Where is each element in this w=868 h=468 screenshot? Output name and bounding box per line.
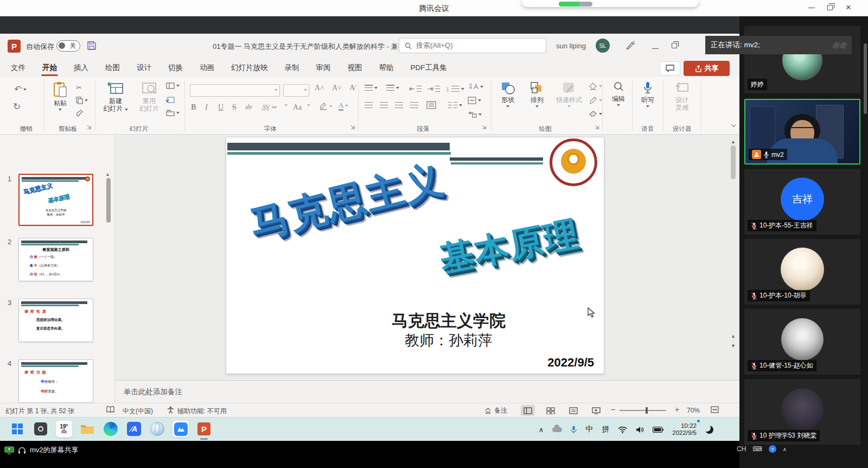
slide-counter[interactable]: 幻灯片 第 1 张, 共 52 张: [5, 407, 74, 416]
text-columns-button[interactable]: [448, 102, 462, 108]
powerpoint-taskbar-icon[interactable]: P: [195, 420, 213, 438]
notes-pane[interactable]: 单击此处添加备注: [115, 380, 739, 403]
edge-browser-icon[interactable]: [102, 420, 119, 438]
text-direction-button[interactable]: ⇩A: [468, 83, 483, 91]
normal-view-button[interactable]: [521, 405, 535, 416]
text-shadow-button[interactable]: ab̶: [245, 103, 251, 111]
participants-scrollbar[interactable]: [864, 20, 867, 465]
share-button[interactable]: 共享: [684, 61, 730, 76]
strikethrough-button[interactable]: S: [232, 103, 237, 112]
ime-help-icon[interactable]: ?: [769, 445, 776, 453]
ime-lang-indicator[interactable]: CH: [737, 445, 746, 453]
tab-file[interactable]: 文件: [10, 60, 27, 76]
quick-styles-button[interactable]: 快速样式: [552, 81, 586, 107]
underline-button[interactable]: U: [218, 103, 224, 112]
slide-thumbnail-4[interactable]: 课 程 功 能 ·学分修得； ·考研需要。: [18, 359, 93, 403]
ime-mode-indicator[interactable]: 中: [585, 425, 593, 434]
align-text-button[interactable]: [468, 97, 481, 104]
clipboard-dialog-launcher[interactable]: ⇲: [87, 124, 91, 130]
onedrive-cloud-icon[interactable]: [552, 427, 562, 432]
tray-expand-icon[interactable]: ∧: [539, 426, 544, 434]
undo-button[interactable]: ↶: [14, 84, 27, 95]
line-spacing-button[interactable]: ↕: [446, 85, 464, 93]
start-button[interactable]: [9, 420, 26, 438]
canvas-scroll-up-icon[interactable]: ▲: [731, 139, 736, 144]
tab-design[interactable]: 设计: [136, 60, 152, 76]
tab-insert[interactable]: 插入: [73, 60, 90, 76]
paragraph-dialog-launcher[interactable]: ⇲: [482, 124, 486, 130]
reuse-slides-button[interactable]: 重用幻灯片: [135, 81, 164, 112]
thumb-scroll-up-icon[interactable]: ▲: [105, 172, 110, 177]
slide-thumbnail-1[interactable]: 马克思主义 基本原理 马克思主义学院 教师：孙莉萍 2022/9/5: [18, 174, 93, 226]
account-name[interactable]: sun liping: [556, 42, 586, 50]
columns-button[interactable]: [426, 101, 436, 109]
wifi-icon[interactable]: [618, 426, 627, 433]
bullets-button[interactable]: [365, 85, 378, 91]
slide-canvas[interactable]: · · · · 马克思主义 基本原理 马克思主义学院 教师：孙莉萍 2022/9…: [226, 137, 604, 374]
accessibility-icon[interactable]: [167, 406, 174, 415]
align-left-button[interactable]: [365, 102, 373, 108]
shapes-button[interactable]: 形状: [495, 81, 521, 107]
change-case-button[interactable]: Aa: [293, 103, 302, 112]
decrease-indent-button[interactable]: ⇤: [409, 85, 422, 93]
shape-fill-button[interactable]: [589, 83, 602, 90]
slideshow-view-button[interactable]: [589, 405, 603, 416]
cut-icon[interactable]: ✂: [76, 84, 82, 92]
numbering-button[interactable]: [386, 85, 399, 91]
restore-button[interactable]: [821, 0, 839, 15]
keyboard-icon[interactable]: ⌨: [752, 445, 762, 453]
next-slide-button[interactable]: ▼: [731, 343, 736, 349]
fit-slide-button[interactable]: [711, 406, 719, 415]
tab-help[interactable]: 帮助: [378, 60, 395, 76]
search-input[interactable]: 搜索(Alt+Q): [399, 38, 546, 53]
section-icon[interactable]: [166, 110, 180, 116]
speaker-icon[interactable]: [636, 426, 644, 433]
participant-tile-zhaoxinru[interactable]: 10-健管-15-赵心如: [744, 309, 860, 375]
zoom-out-button[interactable]: −: [611, 405, 615, 414]
participant-tile-hufei[interactable]: 10-护本-10-胡菲: [744, 239, 860, 305]
ime-collapse-icon[interactable]: ∧: [783, 446, 787, 452]
tray-clock[interactable]: 10:22 2022/9/5: [672, 422, 697, 437]
tab-review[interactable]: 审阅: [315, 60, 332, 76]
search-taskbar-icon[interactable]: [32, 420, 49, 438]
shrink-font-button[interactable]: A˅: [332, 84, 342, 92]
slide-sorter-view-button[interactable]: [544, 405, 558, 416]
tab-home[interactable]: 开始: [41, 60, 58, 76]
account-avatar[interactable]: SL: [596, 39, 610, 53]
collapse-ribbon-icon[interactable]: [731, 122, 736, 127]
redo-button[interactable]: ↻: [13, 101, 21, 112]
previous-slide-button[interactable]: ▲: [731, 333, 736, 339]
ime-pinyin-indicator[interactable]: 拼: [602, 425, 609, 434]
arrange-button[interactable]: 排列: [524, 81, 550, 107]
editing-button[interactable]: 编辑: [607, 81, 630, 106]
bold-button[interactable]: B: [191, 103, 196, 112]
font-color-button[interactable]: A: [339, 101, 348, 111]
copy-icon[interactable]: [76, 97, 88, 104]
slide-layout-icon[interactable]: [166, 83, 180, 89]
eraser-button[interactable]: [589, 111, 602, 117]
notes-toggle-button[interactable]: 备注: [484, 406, 507, 415]
slide-thumbnail-2[interactable]: 教室就座之原则 ·分 散（一人一隔） ·集 中（以屏幕为准） ·分 组（8人，前…: [18, 238, 93, 281]
minimize-button[interactable]: [803, 0, 820, 15]
tab-pdf-tools[interactable]: PDF工具集: [410, 60, 449, 76]
drawing-dialog-launcher[interactable]: ⇲: [595, 124, 599, 130]
medibang-app-icon[interactable]: ∕A: [125, 420, 143, 438]
clear-formatting-button[interactable]: A̸: [349, 84, 355, 92]
weather-widget[interactable]: 19°: [55, 420, 73, 438]
reading-view-button[interactable]: [566, 405, 580, 416]
participant-tile-wangjixiang[interactable]: 吉祥 10-护本-55-王吉祥: [744, 169, 860, 235]
new-slide-button[interactable]: 新建幻灯片: [100, 81, 131, 112]
align-right-button[interactable]: [395, 102, 403, 108]
tencent-meeting-taskbar-icon[interactable]: [172, 420, 189, 438]
close-button[interactable]: ×: [840, 0, 857, 15]
align-center-button[interactable]: [380, 102, 388, 108]
battery-icon[interactable]: [653, 427, 663, 433]
ime-floating-bar[interactable]: CH ⌨ ? ∧: [737, 445, 787, 453]
coming-soon-icon[interactable]: [625, 40, 635, 53]
character-spacing-button[interactable]: A̲V̲ ⇿: [261, 103, 277, 111]
zoom-slider-thumb[interactable]: [646, 407, 648, 414]
format-painter-icon[interactable]: [76, 110, 84, 117]
font-size-select[interactable]: [283, 84, 309, 97]
tray-mic-icon[interactable]: [571, 426, 577, 434]
tab-draw[interactable]: 绘图: [104, 60, 121, 76]
